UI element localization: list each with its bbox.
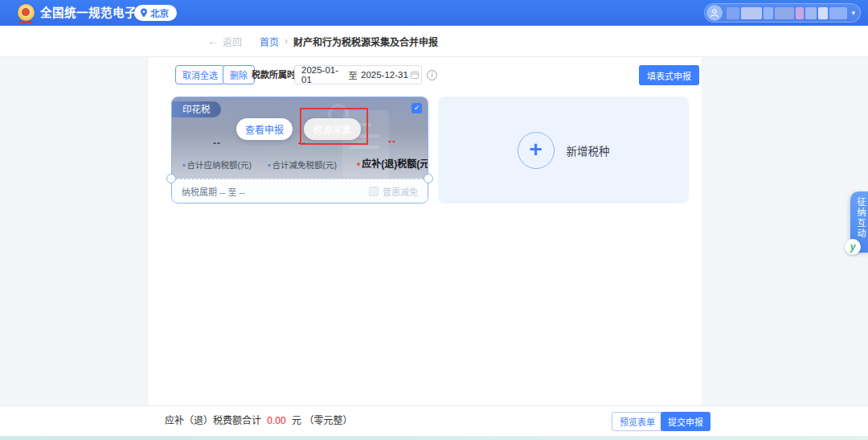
tax-period-text: 纳税属期 -- 至 -- [182,185,245,198]
chevron-down-icon: ▾ [851,9,855,17]
total-suffix: 元 （零元整） [292,415,352,426]
card-notch-left [166,174,176,183]
location-label: 北京 [150,6,169,19]
metric-label: 应补(退)税额(元) [362,158,428,170]
total-amount: 0.00 [267,415,285,426]
card-checkbox-checked[interactable]: ✓ [411,103,422,113]
back-arrow-icon: ← [207,35,219,47]
bottom-accent-strip [0,436,868,440]
breadcrumb: ← 返回 首页 › 财产和行为税税源采集及合并申报 [0,26,868,57]
breadcrumb-home[interactable]: 首页 [260,35,279,48]
plus-icon: + [518,132,555,169]
metric-refund-due: -- •应补(退)税额(元) [357,136,428,170]
tax-card-footer: 纳税属期 -- 至 -- 普惠减免 [172,179,428,203]
tax-card-body: 印花税 ✓ 查看申报 税源采集 -- •合计应纳税额(元) -- •合计减免税额… [172,97,428,179]
calendar-icon[interactable] [410,70,420,80]
preview-form-button[interactable]: 预览表单 [612,412,663,431]
user-menu[interactable]: ▾ [704,3,861,23]
breadcrumb-current: 财产和行为税税源采集及合并申报 [293,35,438,48]
period-to-label: 至 [345,68,361,81]
total-prefix: 应补（退）税费额合计 [165,415,261,426]
metric-label: 合计减免税额(元) [272,160,338,170]
metric-dot: • [357,158,360,170]
period-end-value[interactable]: 2025-12-31 [361,70,409,80]
main-panel: 取消全选 删除 税款所属时间 2025-01-01 至 2025-12-31 i… [149,57,702,406]
delete-button[interactable]: 删除 [223,65,255,84]
form-mode-declare-button[interactable]: 填表式申报 [639,65,699,85]
footer-bar: 应补（退）税费额合计 0.00 元 （零元整） 预览表单 提交申报 [0,406,868,436]
metric-label: 合计应纳税额(元) [187,160,252,170]
add-tax-type-card[interactable]: + 新增税种 [438,97,689,204]
interaction-side-widget[interactable]: 征纳互动 y [850,191,868,253]
tax-type-tag: 印花税 [172,101,221,117]
discount-checkbox-group: 普惠减免 [369,185,418,198]
back-button[interactable]: ← 返回 [207,35,242,48]
info-icon[interactable]: i [427,70,437,80]
metric-dot: • [182,160,186,170]
metric-dot: • [268,160,271,170]
metric-total-payable: -- •合计应纳税额(元) [178,138,256,171]
metric-value: -- [262,138,342,149]
tax-bureau-logo-text [19,21,32,23]
side-widget-label: 征纳互动 [854,197,867,239]
total-summary: 应补（退）税费额合计 0.00 元 （零元整） [165,406,352,436]
metric-value: -- [178,138,256,149]
breadcrumb-separator: › [285,35,288,47]
add-tax-type-label: 新增税种 [567,142,610,158]
view-declaration-button[interactable]: 查看申报 [236,118,293,140]
metric-value: -- [357,136,428,147]
tax-card-stamp-tax[interactable]: 印花税 ✓ 查看申报 税源采集 -- •合计应纳税额(元) -- •合计减免税额… [171,97,428,204]
location-selector[interactable]: 北京 [134,5,177,21]
card-notch-right [424,174,433,183]
discount-label: 普惠减免 [383,185,418,198]
tax-source-collection-button[interactable]: 税源采集 [304,118,361,140]
submit-declaration-button[interactable]: 提交申报 [661,412,710,431]
app-header: 全国统一规范电子税务局 北京 ▾ [0,0,868,26]
back-label: 返回 [223,35,242,48]
tax-bureau-logo-icon [18,4,35,21]
interaction-badge-icon: y [845,239,861,255]
metric-total-reduction: -- •合计减免税额(元) [262,138,342,171]
period-start-value[interactable]: 2025-01-01 [295,65,345,84]
location-pin-icon [140,8,148,18]
redacted-user-info [727,7,847,19]
tax-period-range-input[interactable]: 2025-01-01 至 2025-12-31 [294,65,422,84]
user-avatar-icon [706,5,723,21]
discount-checkbox-disabled[interactable] [369,187,379,196]
page: 全国统一规范电子税务局 北京 ▾ [0,0,868,440]
cancel-select-all-button[interactable]: 取消全选 [175,65,225,84]
